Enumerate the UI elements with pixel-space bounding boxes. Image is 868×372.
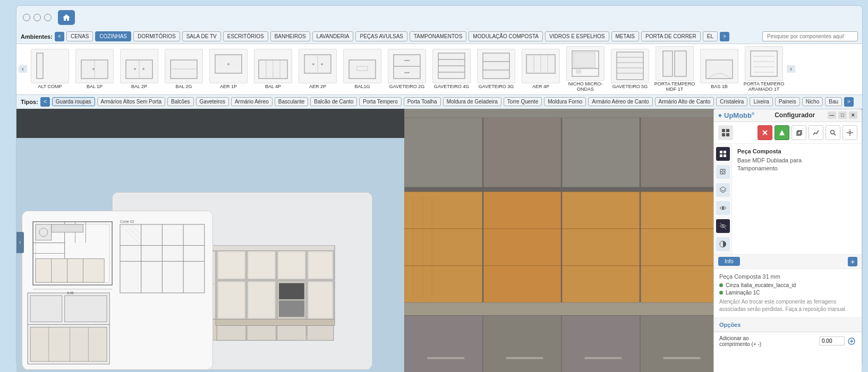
tipo-moldura-forno[interactable]: Moldura Forno	[544, 97, 586, 106]
side-icon-layers[interactable]	[716, 183, 730, 197]
tab-metais[interactable]: METAIS	[611, 31, 639, 41]
tipo-armario-aereo[interactable]: Armário Aéreo	[231, 97, 273, 106]
svg-point-9	[134, 68, 136, 70]
component-gaveteiro-4g[interactable]: GAVETEIRO 4G	[430, 49, 473, 90]
component-gaveteiro-5g[interactable]: GAVETEIRO 5G	[608, 49, 652, 90]
tab-vidros-espelhos[interactable]: VIDROS E ESPELHOS	[545, 31, 609, 41]
component-aer-4p[interactable]: AER 4P	[519, 49, 563, 90]
strip-next-arrow[interactable]: ›	[787, 65, 795, 73]
tab-escritorios[interactable]: ESCRITÓRIOS	[223, 31, 268, 41]
svg-line-218	[720, 223, 726, 229]
tipo-lixeira[interactable]: Lixeira	[750, 97, 772, 106]
component-gaveteiro-2g[interactable]: GAVETEIRO 2G	[385, 49, 429, 90]
tab-dormitorios[interactable]: DORMITÓRIOS	[133, 31, 180, 41]
component-gaveteiro-3g[interactable]: GAVETEIRO 3G	[474, 49, 518, 90]
component-porta-tempero-aramado-1t[interactable]: PORTA TEMPERO ARAMADO 1T	[742, 46, 786, 92]
tab-cenas[interactable]: CENAS	[66, 31, 93, 41]
info-add-btn[interactable]: +	[848, 257, 857, 266]
ambientes-next-arrow[interactable]: >	[720, 32, 729, 41]
dot-1[interactable]	[23, 14, 30, 21]
opcoes-row-label: Adicionar aocomprimento (+ -)	[719, 335, 761, 347]
component-bal1g[interactable]: BAL1G	[341, 49, 384, 90]
component-bas-1b[interactable]: BAS 1B	[697, 49, 741, 90]
tool-copy-btn[interactable]	[792, 125, 806, 140]
search-input[interactable]	[762, 31, 858, 41]
tab-lavanderia[interactable]: LAVANDERIA	[312, 31, 354, 41]
left-grid-icon[interactable]	[718, 125, 733, 140]
ambientes-prev-arrow[interactable]: <	[55, 32, 64, 41]
tipo-armario-alto-de-canto[interactable]: Armário Alto de Canto	[655, 97, 714, 106]
dot-3[interactable]	[44, 14, 52, 21]
tipo-armarios-altos[interactable]: Armários Altos Sem Porta	[97, 97, 165, 106]
tipo-basculante[interactable]: Basculante	[275, 97, 308, 106]
tipo-bau[interactable]: Bau	[825, 97, 842, 106]
side-icon-halftone[interactable]	[716, 237, 730, 251]
comprimento-icon[interactable]	[847, 336, 856, 346]
side-icon-grid[interactable]	[716, 147, 730, 161]
tool-settings-btn[interactable]	[843, 125, 857, 140]
info-thickness: Peça Composta 31 mm	[719, 273, 856, 280]
tipo-nicho[interactable]: Nicho	[802, 97, 823, 106]
side-icon-eye[interactable]	[716, 201, 730, 215]
left-collapse-handle[interactable]: ‹	[16, 232, 24, 253]
component-label-nicho-micro-ondas: NICHO MICRO-ONDAS	[564, 82, 607, 92]
tool-search-btn[interactable]	[826, 125, 840, 140]
svg-rect-138	[279, 301, 304, 317]
tipo-cristaleira[interactable]: Cristaleira	[716, 97, 747, 106]
comprimento-input[interactable]	[819, 336, 845, 345]
info-bullet-1: Cinza Italia_eucatex_lacca_id	[719, 282, 856, 288]
tipo-balcao-de-canto[interactable]: Balcão de Canto	[310, 97, 357, 106]
bullet-dot-2	[719, 291, 723, 295]
component-aer-2p[interactable]: AER 2P	[296, 49, 339, 90]
component-label-bal1g: BAL1G	[354, 84, 370, 90]
components-strip: ‹ ALT COMP BAL 1P	[16, 44, 862, 95]
tipo-gaveteiros[interactable]: Gaveteiros	[196, 97, 229, 106]
tipo-armario-aereo-de-canto[interactable]: Armário Aéreo de Canto	[588, 97, 652, 106]
component-bal-2g[interactable]: BAL 2G	[162, 49, 206, 90]
home-button[interactable]	[58, 10, 75, 25]
tab-cozinhas[interactable]: COZINHAS	[95, 31, 131, 41]
tab-sala-tv[interactable]: SALA DE TV	[182, 31, 221, 41]
component-alt-comp[interactable]: ALT COMP	[28, 49, 72, 90]
info-tab-btn[interactable]: Info	[718, 257, 740, 266]
side-icon-puzzle[interactable]	[716, 165, 730, 179]
component-img-nicho-micro-ondas	[566, 46, 605, 81]
strip-prev-arrow[interactable]: ‹	[19, 65, 27, 73]
tab-tamponamentos[interactable]: TAMPONAMENTOS	[410, 31, 466, 41]
tool-chart-btn[interactable]	[809, 125, 823, 140]
svg-rect-212	[724, 151, 726, 153]
tool-icons-right	[758, 125, 857, 140]
upmobb-diamond-icon: ◆	[718, 113, 722, 118]
tipo-balcoes[interactable]: Balcões	[167, 97, 194, 106]
tab-pecas-avulsas[interactable]: PEÇAS AVULSAS	[355, 31, 407, 41]
tipo-porta-toalha[interactable]: Porta Toalha	[404, 97, 441, 106]
component-porta-tempero-mdf-1t[interactable]: PORTA TEMPERO MDF 1T	[653, 46, 696, 92]
tab-modulacao-composta[interactable]: MODULAÇÃO COMPOSTA	[469, 31, 543, 41]
component-img-gaveteiro-5g	[611, 49, 649, 83]
component-aer-1p[interactable]: AER 1P	[207, 49, 250, 90]
tab-porta-de-correr[interactable]: PORTA DE CORRER	[641, 31, 701, 41]
component-img-alt-comp	[31, 49, 69, 83]
svg-rect-202	[726, 133, 729, 136]
dot-2[interactable]	[33, 14, 41, 21]
tipo-paineis[interactable]: Paineis	[775, 97, 800, 106]
side-icon-eye-off[interactable]	[716, 219, 730, 233]
component-nicho-micro-ondas[interactable]: NICHO MICRO-ONDAS	[564, 46, 607, 92]
tipos-prev-arrow[interactable]: <	[40, 97, 50, 107]
upmobb-maximize-btn[interactable]: □	[838, 111, 847, 119]
tipos-next-arrow[interactable]: >	[844, 97, 854, 107]
component-bal-2p[interactable]: BAL 2P	[117, 49, 161, 90]
upmobb-close-btn[interactable]: ✕	[849, 111, 857, 119]
tipo-guarda-roupas[interactable]: Guarda roupas	[52, 97, 95, 106]
tab-banheiros[interactable]: BANHEIROS	[270, 31, 310, 41]
tool-red-btn[interactable]	[758, 125, 772, 140]
tool-green-btn[interactable]	[775, 125, 789, 140]
component-bal-4p[interactable]: BAL 4P	[251, 49, 295, 90]
svg-marker-215	[720, 187, 726, 191]
tipo-moldura-de-geladeira[interactable]: Moldura de Geladeira	[443, 97, 501, 106]
tab-el[interactable]: EL	[703, 31, 718, 41]
tipo-porta-tempero[interactable]: Porta Tempero	[359, 97, 401, 106]
tipo-torre-quente[interactable]: Torre Quente	[504, 97, 542, 106]
upmobb-minimize-btn[interactable]: —	[828, 111, 836, 119]
component-bal-1p[interactable]: BAL 1P	[73, 49, 116, 90]
